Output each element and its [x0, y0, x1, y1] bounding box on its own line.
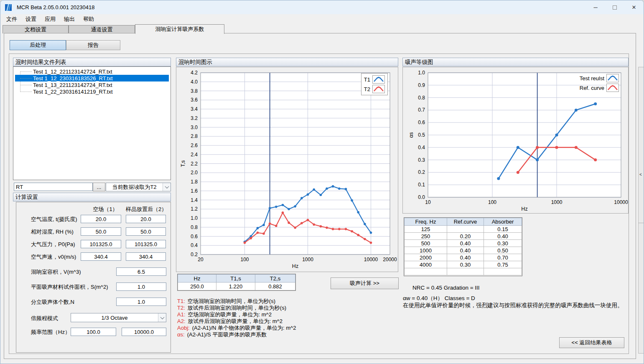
svg-text:0.0: 0.0	[418, 194, 425, 200]
menu-file[interactable]: 文件	[2, 14, 21, 24]
grade-row: 2500.200.40	[405, 233, 522, 240]
file-item[interactable]: Test 1_12_221123142724_RT.txt	[15, 68, 169, 75]
svg-text:0.6: 0.6	[418, 120, 425, 125]
tab-channel-settings[interactable]: 通道设置	[69, 25, 135, 33]
grade-chart-legend: Test reulstRef. curve	[580, 74, 619, 92]
absorber-count-input[interactable]	[116, 298, 166, 306]
close-button[interactable]: ✕	[624, 0, 644, 14]
octave-mode-combo[interactable]: 1/3 Octave	[71, 313, 166, 322]
rt-col-hz: Hz	[178, 275, 216, 283]
legend-label: Ref. curve	[580, 85, 604, 91]
pressure-2-input[interactable]	[126, 240, 166, 248]
maximize-button[interactable]	[605, 0, 624, 14]
sample-area-input[interactable]	[116, 283, 166, 291]
sample-area-label: 平面吸声材料试件面积，S(m^2)	[31, 283, 108, 291]
app-window: MCR Beta 2.05.0.001 20230418 ─ ✕ 文件 设置 应…	[0, 0, 644, 364]
chevron-down-icon	[163, 183, 171, 191]
grade-chart[interactable]: 0.00.10.20.30.40.50.60.70.80.91.01010010…	[402, 67, 629, 214]
file-item[interactable]: Test 1_22_230316141219_RT.txt	[15, 88, 169, 95]
svg-text:1000: 1000	[551, 199, 563, 205]
back-to-results-button[interactable]: << 返回结果表格	[559, 337, 624, 348]
sound-speed-2-input[interactable]	[126, 252, 166, 261]
svg-text:Hz: Hz	[521, 206, 527, 212]
subtab-report[interactable]: 报告	[66, 40, 120, 50]
legend-label: Test reulst	[580, 75, 604, 81]
svg-text:10000: 10000	[614, 199, 628, 205]
rt-chart-plot[interactable]: 0.20.40.60.81.01.21.41.61.82.02.22.42.62…	[176, 67, 398, 272]
freq-max-input[interactable]	[122, 328, 166, 336]
splitter-divider	[639, 223, 644, 223]
menu-help[interactable]: 帮助	[79, 14, 98, 24]
menu-application[interactable]: 应用	[41, 14, 60, 24]
grade-row-empty	[405, 268, 522, 275]
rt-chart-legend: T1T2	[361, 73, 388, 95]
air-temp-1-input[interactable]	[81, 215, 121, 223]
menu-settings[interactable]: 设置	[21, 14, 41, 24]
browse-button[interactable]: ...	[93, 183, 105, 191]
svg-text:20000: 20000	[383, 257, 397, 262]
aw-result: αw = 0.40（H） Classes = D	[403, 295, 475, 302]
file-item[interactable]: Test 1_13_221123142724_RT.txt	[15, 81, 169, 88]
air-temp-2-input[interactable]	[126, 215, 166, 223]
minimize-button[interactable]: ─	[586, 0, 605, 14]
freq-min-input[interactable]	[71, 328, 116, 336]
subtab-postprocess[interactable]: 后处理	[10, 40, 66, 50]
data-read-as-combo[interactable]: 当前数据读取为T2	[106, 183, 171, 191]
rt-chart-header: 混响时间图示	[176, 58, 398, 66]
absorption-calc-button[interactable]: 吸声计算 >>	[331, 277, 399, 289]
svg-text:20: 20	[198, 257, 204, 262]
menu-output[interactable]: 输出	[60, 14, 79, 24]
svg-text:4.2: 4.2	[191, 70, 198, 76]
grade-table-wrap: Freq. Hz Ref.curve Absorber 1250.15 2500…	[404, 217, 522, 276]
rt-readout-table: Hz T1,s T2,s 250.0 1.220 0.882	[178, 274, 295, 290]
tab-document-settings[interactable]: 文档设置	[3, 25, 69, 33]
humidity-1-input[interactable]	[81, 227, 121, 236]
pressure-label: 大气压力，P0(Pa)	[31, 241, 75, 248]
room-volume-label: 混响室容积，V(m^3)	[31, 268, 81, 276]
svg-text:0.7: 0.7	[418, 107, 425, 113]
svg-text:1.0: 1.0	[418, 70, 425, 76]
side-panel-splitter[interactable]: <	[638, 67, 644, 354]
sound-speed-1-input[interactable]	[81, 252, 121, 261]
rt-col-t2: T2,s	[255, 275, 295, 283]
svg-text:1.0: 1.0	[191, 215, 198, 221]
rt-col-t1: T1,s	[216, 275, 255, 283]
svg-text:3.2: 3.2	[191, 115, 198, 121]
file-item-selected[interactable]: Test 1_12_230316183526_RT.txt	[15, 75, 169, 81]
octave-mode-label: 倍频程模式	[31, 315, 58, 322]
grade-row: 40000.300.75	[405, 261, 522, 268]
file-list-header: 混时间结果文件列表	[13, 58, 171, 66]
rt-chart[interactable]: 0.20.40.60.81.01.21.41.61.82.02.22.42.62…	[176, 67, 398, 272]
svg-text:0.6: 0.6	[191, 234, 198, 239]
grade-col-absorber: Absorber	[484, 218, 522, 226]
sound-speed-label: 空气声速，v0(m/s)	[31, 253, 76, 261]
col-header-empty-room: 空场（1）	[85, 206, 125, 213]
grade-col-ref: Ref.curve	[447, 218, 484, 226]
grade-chart-title: 吸声等级图	[405, 59, 433, 66]
tab-reverb-room-absorption[interactable]: 混响室计算吸声系数	[135, 24, 224, 34]
room-volume-input[interactable]	[116, 267, 166, 276]
rt-name-input[interactable]	[14, 183, 93, 191]
grade-row: 20000.400.70	[405, 254, 522, 261]
legend-item: Ref. curve	[580, 84, 619, 92]
window-title: MCR Beta 2.05.0.001 20230418	[17, 4, 94, 10]
svg-text:0.4: 0.4	[191, 242, 198, 248]
rt-val-hz: 250.0	[178, 283, 216, 290]
air-temp-label: 空气温度, t(摄氏度)	[31, 216, 77, 223]
rt-val-t1: 1.220	[216, 283, 255, 290]
svg-text:0.4: 0.4	[418, 145, 425, 150]
svg-text:100: 100	[241, 257, 249, 262]
file-list-title: 混时间结果文件列表	[15, 59, 66, 66]
svg-text:T,s: T,s	[180, 160, 186, 167]
freq-range-label: 频率范围（Hz）	[31, 328, 70, 336]
pressure-1-input[interactable]	[81, 240, 121, 248]
legend-item: T2	[364, 85, 385, 93]
series-curve-icon	[606, 84, 619, 92]
octave-mode-value: 1/3 Octave	[71, 315, 158, 321]
humidity-2-input[interactable]	[126, 227, 166, 236]
series-curve-icon	[372, 75, 385, 84]
collapse-arrow-icon[interactable]: <	[639, 172, 642, 177]
svg-text:2.4: 2.4	[191, 152, 198, 158]
grade-chart-header: 吸声等级图	[402, 58, 629, 66]
svg-text:1.4: 1.4	[191, 197, 198, 203]
